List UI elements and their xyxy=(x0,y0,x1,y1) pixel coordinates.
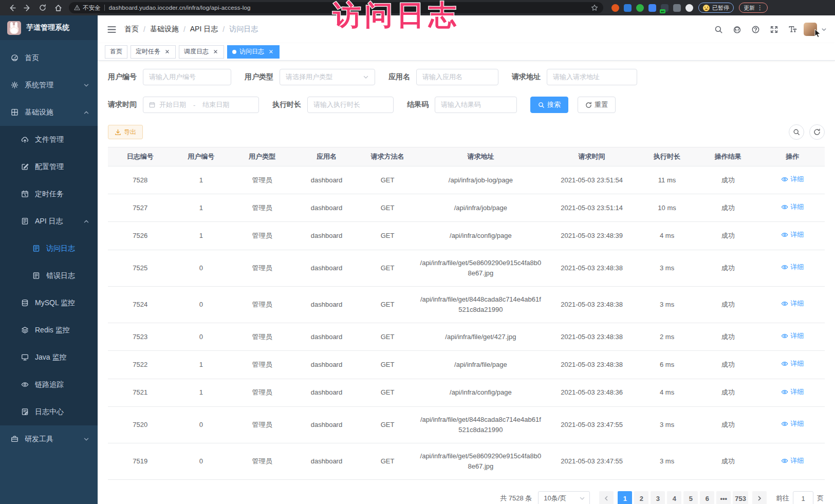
sidebar-item-label: 日志中心 xyxy=(35,407,89,417)
user-type-select[interactable]: 请选择用户类型 xyxy=(280,69,375,85)
page-button-5[interactable]: 5 xyxy=(683,491,698,504)
sidebar-item-12[interactable]: 链路追踪 xyxy=(0,371,98,398)
sidebar-item-1[interactable]: 系统管理 xyxy=(0,71,98,99)
sidebar-item-label: Java 监控 xyxy=(35,353,89,362)
sidebar-item-7[interactable]: 访问日志 xyxy=(0,235,98,262)
github-icon[interactable] xyxy=(730,22,744,36)
app-name-input[interactable]: 请输入应用名 xyxy=(416,69,498,85)
tab-close-icon[interactable] xyxy=(163,48,171,55)
sidebar-item-label: 基础设施 xyxy=(25,108,83,117)
detail-link[interactable]: 详细 xyxy=(781,174,804,184)
sidebar-item-2[interactable]: 基础设施 xyxy=(0,99,98,126)
tab-1[interactable]: 定时任务 xyxy=(131,45,176,59)
sidebar-item-14[interactable]: 研发工具 xyxy=(0,425,98,453)
detail-link[interactable]: 详细 xyxy=(781,419,804,429)
profile-paused-badge[interactable]: 已暂停 xyxy=(698,3,734,13)
hamburger-icon[interactable] xyxy=(106,24,117,35)
sidebar-item-4[interactable]: 配置管理 xyxy=(0,153,98,180)
toggle-search-button[interactable] xyxy=(789,124,804,140)
browser-forward-icon[interactable] xyxy=(21,1,34,14)
sidebar-item-label: Redis 监控 xyxy=(35,326,89,335)
export-button[interactable]: 导出 xyxy=(108,125,143,139)
tab-close-icon[interactable] xyxy=(212,48,219,55)
flower-extension-icon[interactable] xyxy=(685,4,693,12)
orange-extension-icon[interactable] xyxy=(611,4,619,12)
fullscreen-icon[interactable] xyxy=(767,22,781,36)
sidebar-item-5[interactable]: 定时任务 xyxy=(0,180,98,208)
next-page-button[interactable] xyxy=(752,491,767,504)
page-button-753[interactable]: 753 xyxy=(733,491,748,504)
avatar-caret-down-icon[interactable] xyxy=(821,27,827,32)
chrome-update-button[interactable]: 更新 ⋮ xyxy=(739,3,768,13)
profile-avatar-emoji-icon xyxy=(703,5,710,11)
detail-link[interactable]: 详细 xyxy=(781,230,804,240)
search-button[interactable]: 搜索 xyxy=(530,97,568,113)
breadcrumb-separator: / xyxy=(222,25,225,33)
sidebar-item-11[interactable]: Java 监控 xyxy=(0,344,98,371)
tab-3[interactable]: 访问日志 xyxy=(227,45,280,59)
breadcrumb-item-2[interactable]: API 日志 xyxy=(190,25,218,34)
request-url-input[interactable]: 请输入请求地址 xyxy=(547,69,637,85)
gray-extension-icon[interactable] xyxy=(673,4,681,12)
detail-link[interactable]: 详细 xyxy=(781,387,804,397)
search-icon[interactable] xyxy=(711,22,726,36)
browser-reload-icon[interactable] xyxy=(36,1,49,14)
cell-user-id: 0 xyxy=(173,406,230,443)
date-range-picker[interactable]: 开始日期 - 结束日期 xyxy=(143,97,259,113)
cell-duration: 3 ms xyxy=(638,443,696,480)
refresh-button[interactable] xyxy=(809,124,825,140)
logo-row[interactable]: 芋道管理系统 xyxy=(0,15,98,40)
cell-result: 成功 xyxy=(696,379,760,406)
tags-view: 首页定时任务调度日志访问日志 xyxy=(98,43,835,61)
result-code-input[interactable]: 请输入结果码 xyxy=(435,97,517,113)
sidebar-item-3[interactable]: 文件管理 xyxy=(0,126,98,153)
page-size-select[interactable]: 10条/页 xyxy=(538,491,590,504)
sidebar-item-13[interactable]: 日志中心 xyxy=(0,398,98,425)
bookmark-star-icon[interactable] xyxy=(591,4,598,11)
sidebar-item-10[interactable]: Redis 监控 xyxy=(0,316,98,344)
an-badge-extension-icon[interactable]: an xyxy=(661,4,669,12)
breadcrumb-item-1[interactable]: 基础设施 xyxy=(150,25,179,34)
browser-menu-kebab-icon[interactable]: ⋮ xyxy=(757,5,763,11)
sidebar-item-8[interactable]: 错误日志 xyxy=(0,262,98,289)
breadcrumb-item-0[interactable]: 首页 xyxy=(124,25,139,34)
tab-2[interactable]: 调度日志 xyxy=(179,45,224,59)
url-text[interactable]: dashboard.yudao.iocoder.cn/infra/log/api… xyxy=(109,5,591,11)
reset-button[interactable]: 重置 xyxy=(578,97,616,113)
detail-link[interactable]: 详细 xyxy=(781,262,804,272)
user-avatar[interactable] xyxy=(804,23,817,36)
duration-input[interactable]: 请输入执行时长 xyxy=(307,97,394,113)
detail-link[interactable]: 详细 xyxy=(781,298,804,309)
tab-0[interactable]: 首页 xyxy=(105,45,127,59)
detail-link[interactable]: 详细 xyxy=(781,202,804,212)
sidebar-item-0[interactable]: 首页 xyxy=(0,44,98,71)
cell-result: 成功 xyxy=(696,406,760,443)
tab-close-icon[interactable] xyxy=(267,48,274,55)
font-size-icon[interactable] xyxy=(785,22,800,36)
cell-user-type: 管理员 xyxy=(230,194,294,222)
filter-form: 用户编号 请输入用户编号 用户类型 请选择用户类型 应用名 请输入应用名 xyxy=(108,69,825,113)
green-check-extension-icon[interactable] xyxy=(636,4,644,12)
help-icon[interactable] xyxy=(748,22,763,36)
address-bar[interactable]: 不安全 dashboard.yudao.iocoder.cn/infra/log… xyxy=(69,2,603,13)
sidebar-item-9[interactable]: MySQL 监控 xyxy=(0,289,98,316)
access-log-table: 日志编号用户编号用户类型应用名请求方法名请求地址请求时间执行时长操作结果操作 7… xyxy=(108,147,825,480)
sidebar-item-6[interactable]: API 日志 xyxy=(0,208,98,235)
shield-extension-icon[interactable] xyxy=(624,4,632,12)
page-button-4[interactable]: 4 xyxy=(667,491,681,504)
security-label[interactable]: 不安全 xyxy=(83,4,101,12)
prev-page-button[interactable] xyxy=(599,491,614,504)
page-button-3[interactable]: 3 xyxy=(651,491,665,504)
browser-back-icon[interactable] xyxy=(5,1,18,14)
detail-link[interactable]: 详细 xyxy=(781,456,804,466)
detail-link[interactable]: 详细 xyxy=(781,331,804,341)
detail-link[interactable]: 详细 xyxy=(781,359,804,369)
grid-extension-icon[interactable] xyxy=(648,4,656,12)
page-button-1[interactable]: 1 xyxy=(618,491,632,504)
page-button-6[interactable]: 6 xyxy=(700,491,714,504)
goto-page-input[interactable]: 1 xyxy=(793,491,813,504)
page-ellipsis[interactable]: ••• xyxy=(716,491,731,504)
page-button-2[interactable]: 2 xyxy=(634,491,648,504)
user-id-input[interactable]: 请输入用户编号 xyxy=(143,69,231,85)
browser-home-icon[interactable] xyxy=(51,1,65,14)
